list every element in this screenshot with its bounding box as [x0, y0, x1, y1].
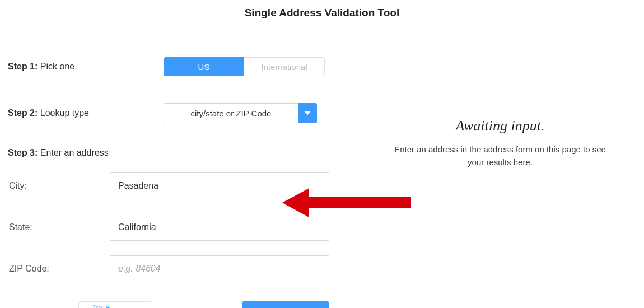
lookup-type-select[interactable]: city/state or ZIP Code: [164, 103, 317, 123]
lookup-type-value[interactable]: city/state or ZIP Code: [164, 103, 298, 123]
state-row: State:: [8, 214, 356, 241]
step1-text: Pick one: [38, 62, 74, 71]
toggle-us[interactable]: US: [164, 57, 244, 76]
step3-text: Enter an address: [38, 148, 108, 157]
zip-label: ZIP Code:: [8, 264, 110, 274]
state-input[interactable]: [110, 214, 329, 241]
try-sample-button[interactable]: Try a sample: [78, 301, 152, 308]
step1-prefix: Step 1:: [8, 62, 38, 71]
step3-label: Step 3: Enter an address: [8, 148, 164, 158]
results-subtext: Enter an address in the address form on …: [388, 143, 612, 169]
state-label: State:: [8, 222, 110, 232]
toggle-international[interactable]: International: [244, 57, 325, 76]
step1-row: Step 1: Pick one US International: [8, 57, 356, 76]
step2-row: Step 2: Lookup type city/state or ZIP Co…: [8, 103, 356, 123]
city-label: City:: [8, 181, 110, 191]
country-toggle: US International: [164, 57, 325, 76]
zip-row: ZIP Code:: [8, 255, 356, 282]
form-panel: Step 1: Pick one US International Step 2…: [0, 24, 356, 308]
step2-prefix: Step 2:: [8, 108, 38, 118]
step1-label: Step 1: Pick one: [8, 62, 164, 72]
step3-prefix: Step 3:: [8, 148, 38, 157]
step3-row: Step 3: Enter an address City: State: ZI…: [8, 148, 356, 308]
button-row: Try a sample View Results: [8, 301, 356, 308]
city-row: City:: [8, 172, 356, 199]
main-columns: Step 1: Pick one US International Step 2…: [0, 24, 644, 308]
view-results-button[interactable]: View Results: [242, 301, 329, 308]
zip-input[interactable]: [110, 255, 329, 282]
results-heading: Awaiting input.: [456, 118, 545, 134]
city-input[interactable]: [110, 172, 329, 199]
step2-label: Step 2: Lookup type: [8, 108, 164, 118]
results-panel: Awaiting input. Enter an address in the …: [356, 34, 644, 308]
step2-text: Lookup type: [38, 108, 89, 118]
chevron-down-icon[interactable]: [298, 103, 317, 123]
page-title: Single Address Validation Tool: [0, 0, 644, 24]
